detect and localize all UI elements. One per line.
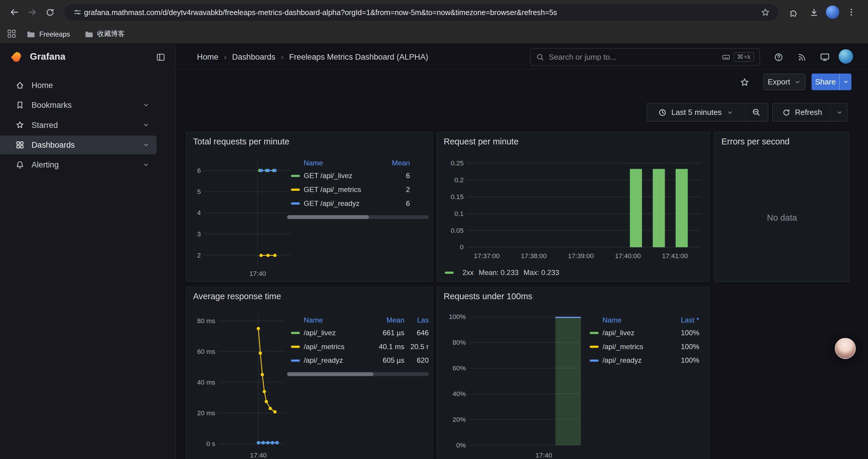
- favorite-star-icon[interactable]: [736, 73, 753, 91]
- time-series-chart[interactable]: 80 ms60 ms40 ms20 ms0 s17:40: [190, 311, 292, 459]
- legend-row[interactable]: GET /api/_livez 6: [287, 169, 429, 183]
- svg-text:17:40: 17:40: [249, 270, 266, 277]
- svg-text:40%: 40%: [453, 390, 466, 398]
- series-color-dash: [590, 359, 598, 361]
- apps-grid-icon[interactable]: [8, 30, 17, 38]
- legend-header: Name Last *: [586, 314, 699, 326]
- legend-inline[interactable]: 2xx Mean: 0.233 Max: 0.233: [445, 268, 559, 276]
- extensions-icon[interactable]: [784, 3, 802, 21]
- chevron-down-icon: [142, 141, 150, 149]
- bar-chart[interactable]: 0.250.20.150.10.05017:37:0017:38:0017:39…: [440, 155, 704, 262]
- keyboard-icon: [722, 53, 730, 61]
- bookmark-star-icon[interactable]: [758, 6, 772, 19]
- star-icon: [16, 121, 24, 129]
- panel-title[interactable]: Average response time: [193, 292, 281, 302]
- svg-text:80 ms: 80 ms: [197, 317, 215, 325]
- bookmark-label: 收藏博客: [97, 29, 125, 39]
- breadcrumb-dashboards[interactable]: Dashboards: [232, 52, 275, 61]
- browser-toolbar: grafana.mathmast.com/d/deytv4rwavabkb/fr…: [0, 0, 868, 24]
- panel-title[interactable]: Request per minute: [444, 137, 519, 147]
- legend-row[interactable]: GET /api/_readyz 6: [287, 196, 429, 210]
- svg-text:80%: 80%: [453, 339, 466, 346]
- panel-requests-under-100ms: Requests under 100ms 100%80%60%40%20%0%1…: [436, 287, 710, 459]
- back-button[interactable]: [6, 3, 23, 21]
- legend-header: Name Mean Las: [287, 314, 429, 326]
- svg-text:60%: 60%: [453, 364, 466, 372]
- search-shortcut: ⌘+k: [722, 52, 754, 62]
- bookmark-folder-blogs[interactable]: 收藏博客: [80, 27, 129, 41]
- downloads-icon[interactable]: [805, 3, 823, 21]
- sidebar-collapse-icon[interactable]: [156, 52, 165, 62]
- grafana-app: Grafana Home Bookmarks Starred: [0, 44, 868, 459]
- sidebar-item-dashboards[interactable]: Dashboards: [0, 136, 157, 155]
- svg-text:20 ms: 20 ms: [197, 409, 215, 417]
- help-icon[interactable]: [770, 49, 787, 65]
- legend-col-name[interactable]: Name: [602, 316, 666, 324]
- legend-row[interactable]: /api/_livez 661 µs 646: [287, 326, 429, 340]
- breadcrumb-current: Freeleaps Metrics Dashboard (ALPHA): [289, 52, 428, 61]
- brand-title: Grafana: [30, 52, 148, 62]
- svg-text:2: 2: [197, 252, 201, 259]
- legend-col-last[interactable]: Las: [404, 316, 429, 324]
- sidebar-item-alerting[interactable]: Alerting: [0, 155, 157, 174]
- sidebar-item-label: Alerting: [32, 160, 59, 169]
- legend-col-name[interactable]: Name: [304, 316, 366, 324]
- sidebar-item-starred[interactable]: Starred: [0, 116, 157, 134]
- address-bar[interactable]: grafana.mathmast.com/d/deytv4rwavabkb/fr…: [64, 4, 778, 21]
- browser-menu-icon[interactable]: [843, 3, 860, 21]
- share-button[interactable]: Share: [812, 73, 851, 90]
- reload-button[interactable]: [41, 3, 59, 21]
- legend-row[interactable]: /api/_livez 100%: [586, 326, 699, 340]
- news-rss-icon[interactable]: [793, 49, 810, 65]
- svg-text:17:37:00: 17:37:00: [474, 252, 500, 260]
- breadcrumb-home[interactable]: Home: [197, 52, 218, 61]
- legend-col-last[interactable]: Last *: [666, 316, 699, 324]
- dashboard-actions-row: Export Share: [176, 70, 868, 95]
- assistant-avatar-button[interactable]: [835, 338, 856, 359]
- legend-row[interactable]: /api/_readyz 100%: [586, 354, 699, 367]
- legend-scrollbar[interactable]: [287, 215, 429, 219]
- share-menu-caret[interactable]: [839, 73, 851, 90]
- panel-title[interactable]: Requests under 100ms: [444, 292, 532, 302]
- refresh-interval-caret[interactable]: [831, 103, 847, 122]
- search-bar[interactable]: ⌘+k: [530, 48, 760, 66]
- site-settings-icon[interactable]: [71, 6, 84, 19]
- time-series-chart[interactable]: 6543217:40: [190, 154, 292, 279]
- svg-text:4: 4: [197, 209, 201, 217]
- legend-row[interactable]: GET /api/_metrics 2: [287, 183, 429, 196]
- search-input[interactable]: [549, 53, 718, 61]
- legend-row[interactable]: /api/_metrics 40.1 ms 20.5 r: [287, 340, 429, 354]
- svg-text:17:40:00: 17:40:00: [615, 252, 641, 260]
- forward-button[interactable]: [23, 3, 41, 21]
- zoom-out-button[interactable]: [745, 103, 769, 122]
- main-area: Home › Dashboards › Freeleaps Metrics Da…: [176, 44, 868, 459]
- sidebar-item-bookmarks[interactable]: Bookmarks: [0, 96, 157, 114]
- user-avatar[interactable]: [839, 49, 853, 64]
- dashboards-icon: [16, 140, 24, 150]
- chevron-down-icon: [142, 121, 150, 129]
- bookmark-folder-freeleaps[interactable]: Freeleaps: [22, 28, 74, 41]
- kiosk-monitor-icon[interactable]: [816, 49, 833, 65]
- time-controls: Last 5 minutes Refresh: [176, 103, 868, 122]
- svg-text:0.05: 0.05: [451, 227, 464, 234]
- panel-title[interactable]: Errors per second: [721, 137, 790, 147]
- svg-text:3: 3: [197, 230, 201, 238]
- legend-row[interactable]: /api/_readyz 605 µs 620: [287, 354, 429, 367]
- svg-text:17:41:00: 17:41:00: [662, 252, 688, 260]
- export-button[interactable]: Export: [764, 73, 805, 90]
- browser-profile-avatar[interactable]: [826, 6, 839, 19]
- series-color-dash: [445, 271, 454, 273]
- series-color-dash: [291, 202, 300, 204]
- legend-col-mean[interactable]: Mean: [379, 158, 429, 167]
- legend-row[interactable]: /api/_metrics 100%: [586, 340, 699, 354]
- bar-chart[interactable]: 100%80%60%40%20%0%17:40: [440, 311, 583, 459]
- legend-scrollbar[interactable]: [287, 372, 429, 376]
- panel-title[interactable]: Total requests per minute: [193, 137, 289, 147]
- no-data-message: No data: [715, 213, 849, 223]
- time-range-picker[interactable]: Last 5 minutes: [647, 103, 745, 122]
- sidebar-item-home[interactable]: Home: [0, 76, 157, 95]
- svg-text:17:39:00: 17:39:00: [568, 252, 593, 260]
- legend-col-mean[interactable]: Mean: [366, 316, 404, 324]
- legend-col-name[interactable]: Name: [304, 158, 379, 167]
- refresh-button[interactable]: Refresh: [772, 103, 832, 122]
